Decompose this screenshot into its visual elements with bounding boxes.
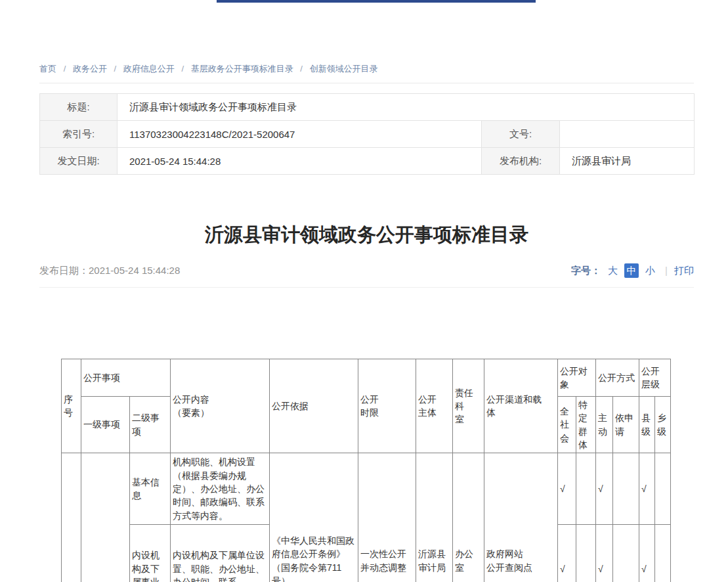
mark-township-level <box>655 453 671 525</box>
cell-public-content: 内设机构及下属单位设置、职能、办公地址、办公时间、联系 <box>171 525 270 582</box>
meta-title-value: 沂源县审计领域政务公开事项标准目录 <box>118 94 695 121</box>
th-level2-matter: 二级事 项 <box>130 397 171 453</box>
mark-whole-society: √ <box>558 525 576 582</box>
publish-bar: 发布日期：2021-05-24 15:44:28 字号： 大 中 小 | 打印 <box>39 263 694 288</box>
breadcrumb-xinxi[interactable]: 政府信息公开 <box>123 64 175 74</box>
th-public-subject: 公开 主体 <box>416 359 453 453</box>
th-township-level: 乡 级 <box>655 397 671 453</box>
breadcrumb-zhengwu[interactable]: 政务公开 <box>73 64 107 74</box>
vertical-divider: | <box>665 263 668 278</box>
breadcrumb-separator: / <box>64 64 66 74</box>
meta-org-value: 沂源县审计局 <box>560 148 695 175</box>
th-public-level: 公开 层级 <box>639 359 671 397</box>
meta-org-label: 发布机构: <box>482 148 560 175</box>
font-size-large-button[interactable]: 大 <box>608 263 618 278</box>
mark-township-level <box>655 525 671 582</box>
publish-date: 发布日期：2021-05-24 15:44:28 <box>39 263 180 278</box>
font-size-controls: 字号： 大 中 小 | 打印 <box>571 263 694 278</box>
meta-docno-value <box>560 121 695 148</box>
th-level1-matter: 一级事项 <box>81 397 130 453</box>
cell-serial-number <box>62 453 81 582</box>
breadcrumb-separator: / <box>181 64 184 74</box>
mark-specific-group <box>576 453 596 525</box>
th-county-level: 县 级 <box>639 397 655 453</box>
cell-level2-matter: 内设机构及下属事业 <box>130 525 171 582</box>
meta-index-label: 索引号: <box>40 121 118 148</box>
meta-row-date: 发文日期: 2021-05-24 15:44:28 发布机构: 沂源县审计局 <box>40 148 695 175</box>
top-nav-strip <box>217 0 536 3</box>
cell-level1-matter <box>81 453 130 582</box>
cell-level2-matter: 基本信息 <box>130 453 171 525</box>
th-public-method: 公开方式 <box>596 359 639 397</box>
th-public-basis: 公开依据 <box>270 359 358 453</box>
catalog-table: 序 号 公开事项 公开内容 （要素） 公开依据 公开 时限 公开 主体 责任科 … <box>61 359 671 582</box>
meta-index-value: 11370323004223148C/2021-5200647 <box>118 121 482 148</box>
th-serial-number: 序 号 <box>62 359 81 453</box>
th-specific-group: 特 定 群 体 <box>576 397 596 453</box>
th-public-audience: 公开对 象 <box>558 359 596 397</box>
th-public-channel: 公开渠道和载 体 <box>484 359 558 453</box>
meta-date-label: 发文日期: <box>40 148 118 175</box>
mark-county-level: √ <box>639 525 655 582</box>
breadcrumb-chuangxin[interactable]: 创新领域公开目录 <box>310 64 378 74</box>
meta-date-value: 2021-05-24 15:44:28 <box>118 148 482 175</box>
mark-on-request <box>613 525 639 582</box>
breadcrumb: 首页 / 政务公开 / 政府信息公开 / 基层政务公开事项标准目录 / 创新领域… <box>39 64 694 83</box>
header-row-1: 序 号 公开事项 公开内容 （要素） 公开依据 公开 时限 公开 主体 责任科 … <box>62 359 671 397</box>
cell-public-timelimit: 一次性公开并动态调整 <box>358 453 416 582</box>
print-button[interactable]: 打印 <box>674 263 694 278</box>
th-whole-society: 全 社 会 <box>558 397 576 453</box>
cell-public-basis: 《中华人民共和国政府信息公开条例》（国务院令第711号） <box>270 453 358 582</box>
th-public-timelimit: 公开 时限 <box>358 359 416 453</box>
cell-public-content: 机构职能、机构设置（根据县委编办规定）、办公地址、办公时间、邮政编码、联系方式等… <box>171 453 270 525</box>
th-responsible-dept: 责任科 室 <box>453 359 484 453</box>
th-on-request: 依申 请 <box>613 397 639 453</box>
breadcrumb-home[interactable]: 首页 <box>39 64 56 74</box>
breadcrumb-separator: / <box>300 64 303 74</box>
cell-responsible-dept: 办公室 <box>453 453 484 582</box>
font-size-small-button[interactable]: 小 <box>645 263 655 278</box>
publish-date-value: 2021-05-24 15:44:28 <box>89 265 180 276</box>
breadcrumb-jiceng[interactable]: 基层政务公开事项标准目录 <box>191 64 293 74</box>
meta-docno-label: 文号: <box>482 121 560 148</box>
th-public-content: 公开内容 （要素） <box>171 359 270 453</box>
meta-row-index: 索引号: 11370323004223148C/2021-5200647 文号: <box>40 121 695 148</box>
mark-whole-society: √ <box>558 453 576 525</box>
mark-county-level: √ <box>639 453 655 525</box>
mark-proactive: √ <box>596 453 613 525</box>
cell-public-subject: 沂源县审计局 <box>416 453 453 582</box>
meta-row-title: 标题: 沂源县审计领域政务公开事项标准目录 <box>40 94 695 121</box>
mark-on-request <box>613 453 639 525</box>
meta-title-label: 标题: <box>40 94 118 121</box>
publish-date-label: 发布日期： <box>39 265 89 276</box>
th-proactive: 主 动 <box>596 397 613 453</box>
table-row: 基本信息 机构职能、机构设置（根据县委编办规定）、办公地址、办公时间、邮政编码、… <box>62 453 671 525</box>
cell-public-channel: 政府网站 公开查阅点 <box>484 453 558 582</box>
font-size-label: 字号： <box>571 263 601 278</box>
document-meta-table: 标题: 沂源县审计领域政务公开事项标准目录 索引号: 1137032300422… <box>39 93 695 175</box>
page-title: 沂源县审计领域政务公开事项标准目录 <box>39 223 694 246</box>
mark-proactive: √ <box>596 525 613 582</box>
mark-specific-group <box>576 525 596 582</box>
page-container: 首页 / 政务公开 / 政府信息公开 / 基层政务公开事项标准目录 / 创新领域… <box>39 64 694 582</box>
th-public-matters: 公开事项 <box>81 359 171 397</box>
breadcrumb-separator: / <box>114 64 117 74</box>
font-size-medium-button[interactable]: 中 <box>624 263 639 278</box>
